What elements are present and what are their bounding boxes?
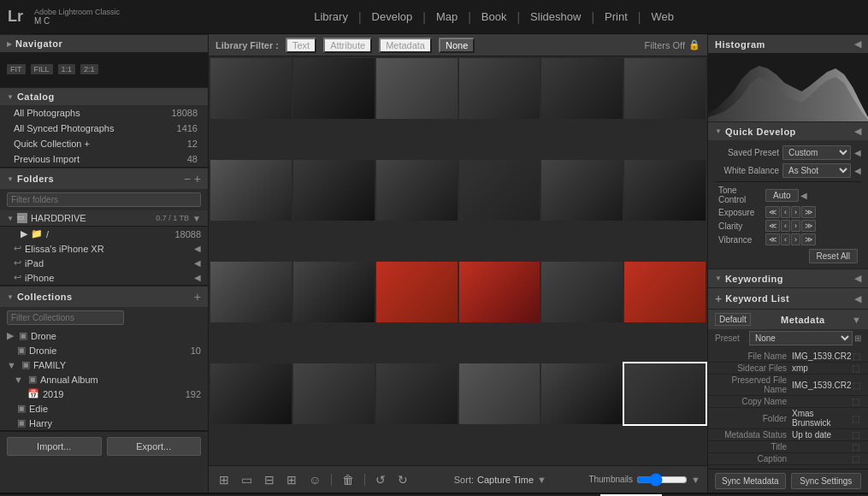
- metadata-header[interactable]: Default Metadata ▼: [708, 309, 868, 329]
- catalog-quick-collection[interactable]: Quick Collection + 12: [0, 136, 208, 151]
- photo-cell-18[interactable]: [210, 363, 292, 424]
- photo-cell-12[interactable]: [210, 262, 292, 322]
- nav-develop[interactable]: Develop: [363, 10, 422, 23]
- nav-fill-btn[interactable]: FILL: [31, 64, 53, 74]
- meta-caption-btn[interactable]: ⬚: [850, 454, 861, 464]
- photo-cell-7[interactable]: [293, 160, 375, 221]
- meta-status-btn[interactable]: ⬚: [850, 430, 861, 440]
- folders-plus-btn[interactable]: +: [194, 172, 201, 186]
- meta-expand-btn[interactable]: ⬚: [851, 351, 862, 361]
- collection-dronie[interactable]: ▣ Dronie 10: [0, 343, 208, 357]
- meta-preserved-btn[interactable]: ⬚: [851, 381, 862, 390]
- vibrance-r-btn[interactable]: ›: [791, 233, 800, 245]
- catalog-all-photos[interactable]: All Photographs 18088: [0, 105, 208, 121]
- filter-attribute-btn[interactable]: Attribute: [323, 38, 372, 53]
- sync-settings-btn[interactable]: Sync Settings: [791, 473, 862, 489]
- photo-cell-21[interactable]: [459, 363, 540, 424]
- nav-map[interactable]: Map: [428, 10, 466, 23]
- survey-view-btn[interactable]: ⊞: [283, 471, 300, 488]
- photo-cell-20[interactable]: [376, 363, 458, 424]
- vibrance-rr-btn[interactable]: ≫: [801, 233, 816, 245]
- rotate-left-btn[interactable]: ↺: [372, 471, 389, 488]
- people-view-btn[interactable]: ☺: [305, 471, 324, 488]
- nav-print[interactable]: Print: [596, 10, 636, 23]
- compare-view-btn[interactable]: ⊟: [261, 471, 278, 488]
- filter-none-btn[interactable]: None: [439, 38, 475, 53]
- histogram-header[interactable]: Histogram ◀: [708, 34, 868, 53]
- keyword-list-collapse[interactable]: ◀: [854, 293, 861, 304]
- thumb-arrow-down[interactable]: ▼: [691, 475, 700, 485]
- vibrance-l-btn[interactable]: ‹: [781, 233, 790, 245]
- meta-copy-btn[interactable]: ⬚: [850, 397, 861, 406]
- nav-1-1-btn[interactable]: 1:1: [58, 64, 76, 74]
- import-btn[interactable]: Import...: [7, 437, 102, 456]
- photo-cell-10[interactable]: [541, 160, 623, 221]
- photo-cell-1[interactable]: [293, 58, 375, 119]
- qd-collapse[interactable]: ◀: [854, 126, 861, 137]
- clarity-r-btn[interactable]: ›: [791, 220, 800, 232]
- photo-cell-5[interactable]: [624, 58, 706, 119]
- folder-ipad[interactable]: ↩ iPad ◀: [0, 256, 208, 270]
- vibrance-ll-btn[interactable]: ≪: [765, 233, 780, 245]
- tone-auto-btn[interactable]: Auto: [765, 189, 799, 202]
- folder-iphone[interactable]: ↩ iPhone ◀: [0, 270, 208, 285]
- exposure-rr-btn[interactable]: ≫: [801, 206, 816, 218]
- photo-cell-9[interactable]: [459, 160, 540, 221]
- exposure-ll-btn[interactable]: ≪: [765, 206, 780, 218]
- photo-cell-6[interactable]: [210, 160, 292, 221]
- white-balance-select[interactable]: As Shot: [782, 163, 851, 178]
- clarity-ll-btn[interactable]: ≪: [765, 220, 780, 232]
- navigator-header[interactable]: ▶ Navigator: [0, 34, 208, 52]
- loupe-view-btn[interactable]: ▭: [238, 471, 256, 488]
- saved-preset-select[interactable]: Custom: [782, 145, 851, 160]
- folder-root[interactable]: ▶ 📁 / 18088: [0, 227, 208, 241]
- nav-fit-btn[interactable]: FIT: [7, 64, 26, 74]
- photo-cell-17[interactable]: [624, 262, 706, 322]
- collections-plus-btn[interactable]: +: [194, 290, 201, 304]
- nav-book[interactable]: Book: [473, 10, 516, 23]
- filter-text-btn[interactable]: Text: [286, 38, 316, 53]
- nav-library[interactable]: Library: [305, 10, 357, 23]
- histogram-collapse[interactable]: ◀: [854, 38, 861, 50]
- collection-drone[interactable]: ▶ ▣ Drone: [0, 328, 208, 343]
- reset-all-btn[interactable]: Reset All: [809, 249, 858, 263]
- harddrive-item[interactable]: ▼ ▭ HARDDRIVE 0.7 / 1 TB ▼: [0, 210, 208, 227]
- rotate-right-btn[interactable]: ↻: [394, 471, 411, 488]
- photo-cell-14[interactable]: [376, 262, 458, 322]
- nav-slideshow[interactable]: Slideshow: [522, 10, 589, 23]
- filter-metadata-btn[interactable]: Metadata: [379, 38, 432, 53]
- sort-arrow[interactable]: ▼: [537, 475, 546, 485]
- nav-2-1-btn[interactable]: 2:1: [80, 64, 98, 74]
- folders-header[interactable]: ▼ Folders − +: [0, 168, 208, 189]
- keyword-plus-icon[interactable]: +: [715, 292, 722, 305]
- collection-annual-album[interactable]: ▼ ▣ Annual Album: [0, 372, 208, 387]
- collections-filter-input[interactable]: [7, 310, 124, 325]
- photo-cell-2[interactable]: [376, 58, 458, 119]
- catalog-header[interactable]: ▼ Catalog: [0, 87, 208, 105]
- sync-metadata-btn[interactable]: Sync Metadata: [715, 473, 786, 489]
- nav-web[interactable]: Web: [642, 10, 682, 23]
- photo-cell-22[interactable]: [541, 363, 623, 424]
- sort-value[interactable]: Capture Time: [477, 475, 534, 485]
- meta-title-btn[interactable]: ⬚: [850, 442, 861, 452]
- collection-harry[interactable]: ▣ Harry: [0, 416, 208, 430]
- keywording-header[interactable]: ▼ Keywording ◀: [708, 269, 868, 287]
- folders-filter-input[interactable]: [7, 192, 201, 207]
- quick-develop-header[interactable]: ▼ Quick Develop ◀: [708, 121, 868, 140]
- folders-minus-btn[interactable]: −: [184, 172, 191, 186]
- photo-cell-3[interactable]: [459, 58, 540, 119]
- keywording-collapse[interactable]: ◀: [854, 273, 861, 284]
- collection-family[interactable]: ▼ ▣ FAMILY: [0, 357, 208, 372]
- photo-cell-16[interactable]: [541, 262, 623, 322]
- export-btn[interactable]: Export...: [107, 437, 202, 456]
- clarity-rr-btn[interactable]: ≫: [801, 220, 816, 232]
- meta-sidecar-btn[interactable]: ⬚: [850, 363, 861, 373]
- exposure-r-btn[interactable]: ›: [791, 206, 800, 218]
- metadata-collapse[interactable]: ▼: [852, 315, 861, 325]
- thumbnail-slider[interactable]: [636, 473, 688, 487]
- catalog-synced-photos[interactable]: All Synced Photographs 1416: [0, 121, 208, 136]
- photo-cell-13[interactable]: [293, 262, 375, 322]
- photo-cell-8[interactable]: [376, 160, 458, 221]
- clarity-l-btn[interactable]: ‹: [781, 220, 790, 232]
- meta-folder-btn[interactable]: ⬚: [850, 414, 861, 423]
